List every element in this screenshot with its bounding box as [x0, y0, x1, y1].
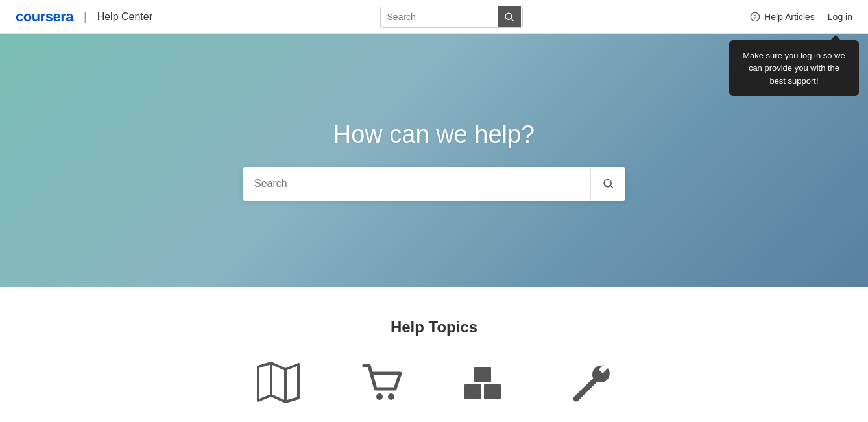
coursera-logo[interactable]: coursera [16, 8, 73, 25]
hero-search-bar [243, 167, 625, 201]
svg-text:?: ? [754, 14, 757, 20]
help-articles-link[interactable]: ? Help Articles [750, 12, 815, 22]
hero-search-button[interactable] [590, 167, 625, 201]
svg-point-5 [388, 393, 394, 400]
navbar-search-container [380, 6, 523, 28]
map-icon [252, 360, 304, 405]
brand-divider: | [84, 10, 87, 23]
navbar-search-input[interactable] [381, 6, 498, 27]
navbar: coursera | Help Center ? Help Articles L… [0, 0, 868, 34]
svg-rect-6 [464, 384, 481, 399]
topic-item-technical[interactable] [564, 360, 616, 405]
navbar-left: coursera | Help Center [16, 8, 152, 25]
login-link[interactable]: Log in [828, 12, 852, 22]
cart-icon [356, 360, 408, 405]
wrench-icon [564, 360, 616, 405]
svg-rect-7 [484, 384, 501, 399]
hero-title: How can we help? [333, 121, 535, 149]
help-topics-title: Help Topics [391, 318, 477, 336]
hero-search-input[interactable] [243, 167, 590, 201]
topic-item-payments[interactable] [356, 360, 408, 405]
help-articles-label: Help Articles [764, 12, 815, 22]
tooltip-message: Make sure you log in so we can provide y… [743, 51, 845, 86]
topics-grid [252, 360, 616, 405]
svg-rect-8 [474, 367, 491, 382]
hero-search-icon [602, 177, 615, 190]
help-center-label: Help Center [97, 11, 152, 23]
blocks-icon [460, 360, 512, 405]
navbar-search-icon [503, 11, 515, 23]
help-articles-icon: ? [750, 12, 760, 22]
help-topics-section: Help Topics [0, 287, 868, 418]
brand-name: coursera [16, 8, 73, 25]
topic-item-getting-started[interactable] [252, 360, 304, 405]
navbar-right: ? Help Articles Log in Make sure you log… [750, 12, 852, 22]
svg-point-4 [376, 393, 383, 400]
navbar-search-button[interactable] [498, 6, 521, 27]
login-tooltip: Make sure you log in so we can provide y… [729, 40, 859, 97]
topic-item-courses[interactable] [460, 360, 512, 405]
